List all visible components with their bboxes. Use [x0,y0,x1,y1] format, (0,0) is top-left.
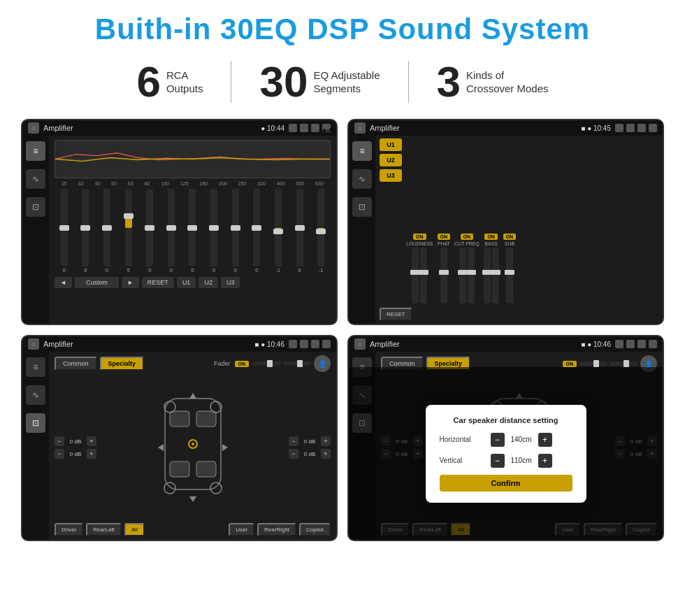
home-icon-4[interactable]: ⌂ [354,338,366,350]
loudness-slider-l[interactable] [412,248,419,303]
db-plus-fr[interactable]: + [321,436,331,446]
horizontal-plus[interactable]: + [538,433,552,447]
eq-main: 253240506380100125160200250320400500630 … [49,136,336,324]
back-icon-4[interactable] [649,340,657,348]
u3-select[interactable]: U3 [380,169,402,182]
speaker-icon-2[interactable]: ⊡ [352,197,372,217]
stat-crossover: 3 Kinds ofCrossover Modes [409,60,577,103]
camera-icon-1 [289,124,297,132]
home-icon-3[interactable]: ⌂ [28,338,39,350]
confirm-button[interactable]: Confirm [440,475,572,492]
fader-on-badge-4[interactable]: ON [563,361,577,367]
user-button-3[interactable]: User [229,523,254,536]
tab-common-3[interactable]: Common [55,357,97,371]
eq-slider-4[interactable]: 5 [125,189,132,273]
u2-button[interactable]: U2 [199,277,218,288]
rearright-button-3[interactable]: RearRight [257,523,296,536]
db-plus-rr[interactable]: + [321,449,331,459]
camera-icon-4 [615,340,623,348]
eq-slider-8[interactable]: 0 [210,189,217,273]
cutfreq-slider-g[interactable] [468,248,475,303]
sub-col: ON SUB [503,234,517,303]
horizontal-minus[interactable]: − [491,433,505,447]
vertical-plus[interactable]: + [538,454,552,468]
db-plus-fl[interactable]: + [87,436,96,446]
fader-label: Fader [214,360,231,367]
speaker-icon[interactable]: ⊡ [26,197,45,217]
wave-icon[interactable]: ∿ [26,169,45,189]
status-icons-1: ↩ [289,124,331,132]
db-control-fl: − 0 dB + [55,436,96,446]
db-minus-rr[interactable]: − [289,449,298,459]
loudness-on[interactable]: ON [413,234,426,240]
amp-reset-button[interactable]: RESET [380,308,412,321]
prev-button[interactable]: ◄ [55,277,72,288]
fader-slider-4b[interactable] [610,361,637,366]
home-icon-2[interactable]: ⌂ [354,122,366,134]
phat-col: ON PHAT [438,234,451,303]
sub-slider[interactable] [506,248,513,303]
eq-slider-11[interactable]: -1 [275,189,282,273]
eq-slider-7[interactable]: 0 [189,189,196,273]
cutfreq-slider-f[interactable] [459,248,466,303]
fader-row: Fader ON [214,360,311,367]
screen2-amp: ⌂ Amplifier ■ ● 10:45 ≡ ∿ ⊡ [347,119,664,325]
screen1-title: Amplifier [43,124,257,132]
vertical-value: 110cm [507,457,535,464]
db-minus-rl[interactable]: − [55,449,64,459]
wave-icon-3[interactable]: ∿ [26,385,45,405]
eq-slider-5[interactable]: 0 [146,189,153,273]
fader-slider-2[interactable] [283,361,311,366]
db-value-rl: 0 dB [66,451,85,457]
rearleft-button-3[interactable]: RearLeft [86,523,122,536]
eq-slider-13[interactable]: -1 [317,189,324,273]
avatar-button[interactable]: 👤 [314,355,331,372]
fader-on-badge[interactable]: ON [235,361,250,367]
eq-slider-12[interactable]: 0 [296,189,303,273]
db-plus-rl[interactable]: + [87,449,96,459]
fader-slider-4a[interactable] [579,361,607,366]
db-minus-fl[interactable]: − [55,436,64,446]
u3-button[interactable]: U3 [221,277,240,288]
eq-slider-9[interactable]: 0 [232,189,239,273]
u1-select[interactable]: U1 [380,138,402,151]
eq-icon-3[interactable]: ≡ [26,357,45,377]
eq-slider-2[interactable]: 0 [82,189,89,273]
custom-button[interactable]: Custom [75,277,119,288]
phat-on[interactable]: ON [438,234,451,240]
back-icon-3[interactable] [322,340,331,348]
eq-slider-6[interactable]: 0 [168,189,175,273]
bass-slider-g[interactable] [492,248,499,303]
stat-eq-label: EQ AdjustableSegments [313,69,380,96]
reset-button[interactable]: RESET [142,277,174,288]
home-icon-1[interactable]: ⌂ [28,122,39,134]
screen4-dialog: ⌂ Amplifier ■ ● 10:46 ≡ ∿ ⊡ [347,335,664,541]
bass-slider-f[interactable] [484,248,491,303]
eq-slider-1[interactable]: 0 [61,189,68,273]
copilot-button-3[interactable]: Copilot [299,523,331,536]
driver-button-3[interactable]: Driver [55,523,83,536]
phat-slider[interactable] [440,248,447,303]
wave-icon-2[interactable]: ∿ [352,169,372,189]
loudness-slider-r[interactable] [420,248,427,303]
bass-on[interactable]: ON [484,234,498,240]
eq-icon-2[interactable]: ≡ [352,141,372,161]
play-button[interactable]: ► [122,277,139,288]
cutfreq-on[interactable]: ON [461,234,474,240]
speaker-icon-3[interactable]: ⊡ [26,413,45,433]
u2-select[interactable]: U2 [380,154,402,166]
vertical-minus[interactable]: − [491,454,505,468]
eq-slider-3[interactable]: 0 [103,189,110,273]
db-minus-fr[interactable]: − [289,436,298,446]
sub-on[interactable]: ON [503,234,517,240]
eq-icon[interactable]: ≡ [26,141,45,161]
eq-slider-10[interactable]: 0 [253,189,260,273]
all-button-3[interactable]: All [124,523,145,536]
svg-point-10 [164,482,175,494]
tab-specialty-3[interactable]: Specialty [100,357,145,371]
eq-freq-labels: 253240506380100125160200250320400500630 [55,181,331,186]
back-icon-2[interactable] [649,124,657,132]
fader-slider-1[interactable] [253,361,281,366]
u1-button[interactable]: U1 [177,277,196,288]
back-icon-1[interactable]: ↩ [322,124,331,132]
